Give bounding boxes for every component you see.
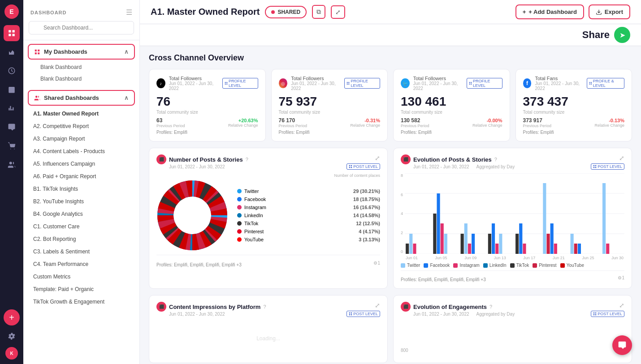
report-b4[interactable]: B4. Google Analytics (28, 208, 135, 220)
tiktok-legend-dot (237, 221, 242, 226)
svg-rect-3 (13, 34, 15, 36)
evolution-eng-info-icon[interactable]: ? (489, 304, 492, 309)
svg-rect-29 (349, 165, 350, 166)
bar-legend-instagram: Instagram (453, 263, 479, 268)
instagram-metric-date: Jun 01, 2022 - Jun 30, 2022 (291, 81, 341, 91)
donut-chart (156, 180, 228, 251)
content-imp-info-icon[interactable]: ? (263, 304, 266, 309)
content-imp-icon: ⬛ (156, 302, 166, 312)
svg-rect-74 (578, 244, 581, 254)
blank-dashboard-2[interactable]: Blank Dashboard (35, 73, 135, 85)
evolution-eng-expand-icon[interactable]: ⤢ (619, 302, 624, 309)
nav-commerce[interactable] (4, 138, 20, 154)
add-dashboard-button[interactable]: + + Add Dashboard (515, 4, 584, 19)
x-label-jun09: Jun 09 (464, 256, 476, 260)
content-imp-expand-icon[interactable]: ⤢ (375, 302, 380, 309)
charts-row: ⬛ Number of Posts & Stories ? Jun 01, 20… (149, 148, 632, 289)
posts-chart-profiles: Profiles: Emplifi, Emplifi, Emplifi, Emp… (156, 262, 242, 267)
report-c1[interactable]: C1. Customer Care (28, 220, 135, 233)
app-logo[interactable]: E (4, 4, 19, 19)
twitter-metric-title: Total Followers (413, 76, 463, 81)
report-a2[interactable]: A2. Competitive Report (28, 120, 135, 133)
report-a6[interactable]: A6. Paid + Organic Report (28, 170, 135, 183)
shared-report-list: A1. Master Owned Report A2. Competitive … (28, 106, 135, 310)
shared-badge[interactable]: SHARED (265, 6, 307, 18)
y-label-6: 6 (401, 193, 403, 197)
shared-dashboards-button[interactable]: Shared Dashboards ∧ (28, 90, 135, 106)
nav-settings[interactable] (4, 328, 20, 344)
nav-publishing[interactable] (4, 81, 20, 98)
posts-chart-expand-icon[interactable]: ⤢ (375, 154, 380, 162)
svg-rect-58 (464, 223, 468, 254)
report-custom[interactable]: Custom Metrics (28, 270, 135, 283)
bar-tiktok-label: TikTok (516, 263, 529, 268)
nav-add[interactable]: + (4, 309, 20, 325)
legend-instagram: Instagram 16 (16.67%) (237, 203, 380, 211)
svg-rect-16 (226, 84, 227, 85)
evolution-chart-profiles: Profiles: Emplifi, Emplifi, Emplifi, Emp… (401, 277, 486, 282)
x-label-jun30: Jun 30 (611, 256, 624, 260)
report-tiktok[interactable]: TikTok Growth & Engagement (28, 295, 135, 308)
svg-rect-59 (468, 244, 471, 254)
svg-rect-81 (593, 313, 594, 313)
nav-listening[interactable] (4, 63, 20, 79)
report-a3[interactable]: A3. Campaign Report (28, 133, 135, 145)
report-c4[interactable]: C4. Team Performance (28, 258, 135, 270)
nav-influencers[interactable] (4, 157, 20, 173)
tiktok-profiles: Profiles: Emplifi (156, 130, 258, 135)
copy-link-icon[interactable]: ⧉ (312, 5, 325, 19)
report-c2[interactable]: C2. Bot Reporting (28, 233, 135, 245)
evolution-chart-expand-icon[interactable]: ⤢ (619, 154, 624, 162)
report-c3[interactable]: C3. Labels & Sentiment (28, 245, 135, 258)
nav-analytics[interactable] (4, 44, 20, 60)
search-input[interactable] (29, 21, 134, 34)
evolution-chart-info-icon[interactable]: ? (494, 157, 497, 162)
posts-stories-chart-card: ⬛ Number of Posts & Stories ? Jun 01, 20… (149, 148, 388, 289)
export-button[interactable]: Export (589, 4, 630, 19)
svg-rect-50 (406, 244, 409, 254)
share-button[interactable]: ➤ (614, 27, 630, 43)
svg-rect-13 (225, 82, 226, 83)
content-imp-title: Content Impressions by Platform (169, 304, 260, 310)
external-link-icon[interactable]: ⤢ (331, 5, 345, 19)
blank-dashboard-1[interactable]: Blank Dashboard (35, 61, 135, 73)
donut-legend: Twitter 29 (30.21%) Facebook 18 (18.75%)… (237, 187, 380, 244)
nav-benchmarking[interactable] (4, 100, 20, 116)
report-a1[interactable]: A1. Master Owned Report (28, 107, 135, 120)
svg-rect-65 (515, 234, 519, 254)
twitter-metric-sub: Total community size (401, 110, 502, 115)
evolution-level-badge: POST LEVEL (591, 163, 624, 170)
posts-chart-info-icon[interactable]: ? (246, 157, 248, 162)
evolution-level-text: POST LEVEL (598, 164, 622, 169)
y-label-2: 2 (401, 231, 403, 235)
evolution-eng-title: Evolution of Engagements (413, 304, 487, 310)
legend-facebook: Facebook 18 (18.75%) (237, 195, 380, 203)
posts-chart-date: Jun 01, 2022 - Jun 30, 2022 (169, 164, 248, 169)
report-template[interactable]: Template: Paid + Organic (28, 283, 135, 295)
user-avatar[interactable]: K (5, 347, 18, 360)
bar-instagram-dot (453, 263, 458, 268)
svg-rect-11 (38, 52, 39, 54)
nav-dashboards[interactable] (4, 25, 20, 41)
content-imp-level-text: POST LEVEL (353, 312, 378, 316)
sidebar-collapse-icon[interactable]: ☰ (126, 8, 132, 17)
my-dashboards-button[interactable]: My Dashboards ∧ (28, 44, 135, 60)
svg-rect-14 (226, 82, 227, 83)
svg-rect-20 (349, 84, 350, 85)
report-a4[interactable]: A4. Content Labels - Products (28, 145, 135, 158)
report-a5[interactable]: A5. Influencers Campaign (28, 158, 135, 170)
twitter-level-text: PROFILE LEVEL (473, 79, 500, 88)
bar-facebook-label: Facebook (430, 263, 450, 268)
x-label-jun01: Jun 01 (406, 256, 418, 260)
chat-widget[interactable] (612, 335, 632, 355)
facebook-metric-title: Total Fans (535, 76, 583, 81)
shared-dot (271, 10, 275, 14)
instagram-legend-label: Instagram (244, 205, 353, 210)
instagram-platform-icon: ◎ (279, 78, 288, 88)
report-b2[interactable]: B2. YouTube Insights (28, 195, 135, 208)
svg-rect-23 (469, 84, 470, 85)
svg-rect-61 (488, 234, 491, 254)
posts-chart-title: Number of Posts & Stories (169, 156, 243, 163)
nav-care[interactable] (4, 119, 20, 135)
report-b1[interactable]: B1. TikTok Insights (28, 183, 135, 195)
